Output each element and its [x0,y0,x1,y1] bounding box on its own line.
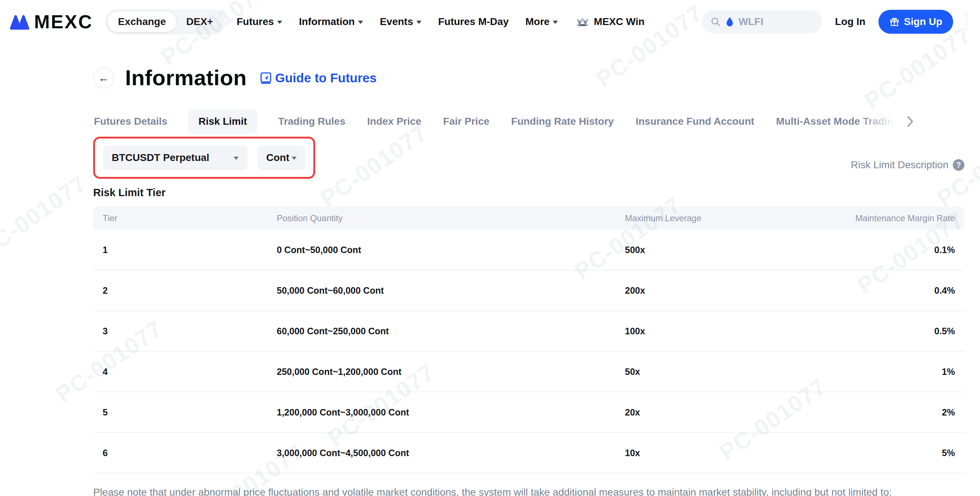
nav-futures[interactable]: Futures [237,16,282,27]
tab-futures-details[interactable]: Futures Details [93,109,168,134]
contract-select-value: BTCUSDT Perpetual [112,152,209,164]
tab-trading-rules[interactable]: Trading Rules [277,109,346,134]
guide-link-label: Guide to Futures [275,71,377,85]
col-maximum-leverage: Maximum Leverage [625,213,795,223]
tab-risk-limit[interactable]: Risk Limit [188,109,257,134]
table-row: 2 50,000 Cont~60,000 Cont 200x 0.4% [93,270,964,311]
top-navbar: MEXC Exchange DEX+ Futures Information E… [0,0,980,43]
cell-tier: 2 [103,285,277,296]
col-position-quantity: Position Quantity [277,213,625,223]
tab-multi-asset-mode-trading[interactable]: Multi-Asset Mode Trading [775,109,895,134]
cell-position-quantity: 60,000 Cont~250,000 Cont [277,326,625,337]
cell-tier: 3 [103,326,277,337]
search-icon [710,16,721,27]
back-button[interactable]: ← [93,67,114,89]
cell-max-leverage: 100x [625,326,795,337]
cell-max-leverage: 20x [625,407,795,418]
main-content: ← Information Guide to Futures Futures D… [0,43,980,496]
nav-information-label: Information [299,16,355,27]
mexc-logo-text: MEXC [34,11,93,33]
chevron-down-icon [277,21,282,24]
caret-down-icon [292,157,297,160]
chevron-down-icon [358,21,363,24]
cell-maintenance-margin-rate: 5% [795,448,955,458]
cell-max-leverage: 10x [625,448,795,458]
cell-maintenance-margin-rate: 2% [795,407,955,418]
nav-futures-mday[interactable]: Futures M-Day [438,16,509,27]
chevron-down-icon [416,21,422,24]
cell-position-quantity: 0 Cont~50,000 Cont [277,245,625,255]
nav-futures-mday-label: Futures M-Day [438,16,509,27]
cell-tier: 1 [103,245,277,255]
toggle-dex[interactable]: DEX+ [176,12,223,32]
cell-maintenance-margin-rate: 0.1% [795,245,955,255]
cell-max-leverage: 500x [625,245,795,255]
cell-maintenance-margin-rate: 0.4% [795,285,955,296]
guide-book-icon [260,72,272,84]
nav-mexc-win-label: MEXC Win [594,16,644,27]
market-toggle: Exchange DEX+ [105,9,226,35]
table-row: 4 250,000 Cont~1,200,000 Cont 50x 1% [93,352,964,392]
gift-icon [889,17,899,27]
mexc-win-badge-icon: WIN [574,14,590,30]
header-right: Log In Sign Up [702,10,967,34]
section-title: Risk Limit Tier [93,187,964,199]
cell-tier: 4 [103,367,277,377]
signup-label: Sign Up [904,16,942,27]
guide-to-futures-link[interactable]: Guide to Futures [260,71,377,85]
cell-tier: 5 [103,407,277,418]
unit-select[interactable]: Cont [258,145,305,170]
tab-insurance-fund-account[interactable]: Insurance Fund Account [635,109,755,134]
caret-down-icon [234,157,239,160]
nav-information[interactable]: Information [299,16,363,27]
table-header-row: Tier Position Quantity Maximum Leverage … [93,207,964,230]
chevron-right-icon[interactable] [905,115,915,128]
nav-more[interactable]: More [525,16,558,27]
question-mark-icon[interactable]: ? [953,159,964,171]
table-row: 1 0 Cont~50,000 Cont 500x 0.1% [93,230,964,270]
cell-maintenance-margin-rate: 1% [795,367,955,377]
nav-events[interactable]: Events [380,16,422,27]
cell-tier: 6 [103,448,277,458]
nav-more-label: More [525,16,549,27]
chevron-down-icon [553,21,558,24]
cell-max-leverage: 200x [625,285,795,296]
page: PC-001077 PC-001077 PC-001077 PC-001077 … [0,0,980,496]
cell-max-leverage: 50x [625,367,795,377]
cell-position-quantity: 250,000 Cont~1,200,000 Cont [277,367,625,377]
note-text: Please note that under abnormal price fl… [93,486,964,496]
title-row: ← Information Guide to Futures [93,65,964,90]
signup-button[interactable]: Sign Up [878,10,953,34]
unit-select-value: Cont [266,152,290,164]
mexc-logo[interactable]: MEXC [9,11,93,33]
main-nav: Futures Information Events Futures M-Day… [237,14,644,30]
tab-index-price[interactable]: Index Price [366,109,422,134]
search-input[interactable] [738,16,797,27]
arrow-left-icon: ← [98,72,109,84]
cell-maintenance-margin-rate: 0.5% [795,326,955,337]
risk-limit-table: Tier Position Quantity Maximum Leverage … [93,207,964,474]
cell-position-quantity: 1,200,000 Cont~3,000,000 Cont [277,407,625,418]
toggle-exchange[interactable]: Exchange [108,12,176,32]
header-divider [966,12,967,32]
mexc-logo-icon [9,13,30,30]
filter-row: BTCUSDT Perpetual Cont Risk Limit Descri… [93,137,964,179]
tab-bar: Futures Details Risk Limit Trading Rules… [93,109,964,134]
risk-limit-description-link[interactable]: Risk Limit Description ? [851,159,964,179]
search-box[interactable] [702,10,822,33]
tab-fair-price[interactable]: Fair Price [442,109,490,134]
contract-select[interactable]: BTCUSDT Perpetual [103,145,247,170]
tab-funding-rate-history[interactable]: Funding Rate History [510,109,614,134]
table-row: 5 1,200,000 Cont~3,000,000 Cont 20x 2% [93,392,964,433]
annotation-red-box: BTCUSDT Perpetual Cont [93,137,315,179]
login-button[interactable]: Log In [835,16,865,27]
risk-limit-description-label: Risk Limit Description [851,159,948,171]
nav-mexc-win[interactable]: WIN MEXC Win [574,14,644,30]
col-tier: Tier [103,213,277,223]
cell-position-quantity: 3,000,000 Cont~4,500,000 Cont [277,448,625,458]
nav-events-label: Events [380,16,413,27]
col-maintenance-margin-rate: Maintenance Margin Rate [795,213,955,223]
nav-futures-label: Futures [237,16,274,27]
token-drop-icon [725,17,734,27]
table-row: 6 3,000,000 Cont~4,500,000 Cont 10x 5% [93,433,964,474]
